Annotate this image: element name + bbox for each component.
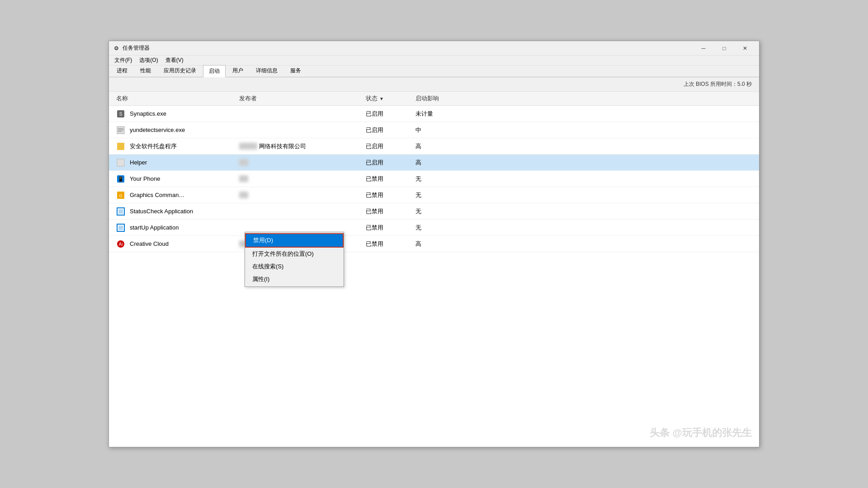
row-status-cell: 已启用 (362, 110, 412, 118)
row-impact-cell: 无 (412, 207, 466, 216)
menu-bar: 文件(F) 选项(O) 查看(V) (109, 56, 759, 66)
svg-rect-6 (117, 143, 124, 150)
row-name-cell: 📱Your Phone (109, 174, 236, 183)
status-text: 已禁用 (366, 240, 383, 248)
menu-options[interactable]: 选项(O) (136, 56, 161, 65)
impact-text: 无 (415, 224, 421, 231)
context-menu-item-1[interactable]: 打开文件所在的位置(O) (245, 248, 344, 260)
close-button[interactable]: ✕ (735, 41, 755, 56)
impact-text: 高 (415, 159, 421, 166)
table-header: 名称 发布者 状态 ▼ 启动影响 (109, 92, 759, 106)
table-row[interactable]: 📱Your Phone██已禁用无 (109, 171, 759, 187)
row-icon (116, 223, 125, 232)
publisher-text: ████ 网络科技有限公司 (239, 143, 306, 150)
status-text: 已禁用 (366, 191, 383, 199)
impact-text: 中 (415, 127, 421, 133)
status-text: 已启用 (366, 159, 383, 167)
table-body: SSynaptics.exe已启用未计量yundetectservice.exe… (109, 106, 759, 252)
svg-rect-4 (118, 130, 123, 131)
menu-file[interactable]: 文件(F) (111, 56, 136, 65)
row-name-cell: Helper (109, 158, 236, 167)
impact-text: 未计量 (415, 110, 433, 117)
maximize-button[interactable]: □ (714, 41, 735, 56)
table-row[interactable]: startUp Application已禁用无 (109, 220, 759, 236)
content-area: 名称 发布者 状态 ▼ 启动影响 SSynaptics.exe已启用未计量yun… (109, 92, 759, 447)
row-name-cell: yundetectservice.exe (109, 126, 236, 135)
svg-text:S: S (119, 112, 123, 117)
svg-text:📱: 📱 (118, 176, 124, 182)
row-name-text: Graphics Comman… (130, 192, 184, 198)
status-sort-arrow: ▼ (379, 96, 384, 101)
col-header-name[interactable]: 名称 (109, 94, 236, 103)
row-name-cell: GGraphics Comman… (109, 191, 236, 200)
row-status-cell: 已禁用 (362, 191, 412, 199)
bios-bar: 上次 BIOS 所用时间： 5.0 秒 (109, 77, 759, 92)
app-icon: ⚙ (113, 45, 120, 52)
row-status-cell: 已禁用 (362, 224, 412, 232)
task-manager-window: ⚙ 任务管理器 ─ □ ✕ 文件(F) 选项(O) 查看(V) 进程 性能 应用… (108, 41, 760, 447)
table-row[interactable]: AiCreative Cloud████ Systems Incorporate… (109, 236, 759, 252)
context-menu-item-0[interactable]: 禁用(D) (245, 233, 344, 248)
row-name-cell: SSynaptics.exe (109, 109, 236, 118)
table-row[interactable]: 安全软件托盘程序████ 网络科技有限公司已启用高 (109, 138, 759, 155)
row-impact-cell: 高 (412, 159, 466, 167)
row-impact-cell: 高 (412, 142, 466, 150)
context-menu-item-3[interactable]: 属性(I) (245, 273, 344, 286)
col-header-impact[interactable]: 启动影响 (412, 94, 466, 103)
row-name-cell: StatusCheck Application (109, 207, 236, 216)
impact-text: 无 (415, 208, 421, 215)
window-controls: ─ □ ✕ (693, 41, 755, 56)
minimize-button[interactable]: ─ (693, 41, 714, 56)
tab-startup[interactable]: 启动 (203, 65, 226, 77)
window-title: 任务管理器 (123, 44, 693, 52)
row-icon (116, 158, 125, 167)
publisher-text: ██ (239, 192, 248, 198)
table-row[interactable]: SSynaptics.exe已启用未计量 (109, 106, 759, 122)
row-name-text: 安全软件托盘程序 (130, 142, 177, 150)
row-status-cell: 已禁用 (362, 207, 412, 216)
row-icon: S (116, 109, 125, 118)
row-icon (116, 126, 125, 135)
row-icon: 📱 (116, 174, 125, 183)
svg-text:Ai: Ai (119, 242, 123, 247)
svg-text:G: G (119, 193, 122, 198)
row-impact-cell: 无 (412, 224, 466, 232)
impact-text: 高 (415, 240, 421, 247)
tab-processes[interactable]: 进程 (111, 65, 133, 77)
bios-value: 5.0 秒 (737, 80, 752, 88)
watermark: 头条 @玩手机的张先生 (650, 426, 752, 440)
row-name-text: startUp Application (130, 224, 179, 231)
row-publisher-cell: ██ (236, 159, 362, 166)
bios-label: 上次 BIOS 所用时间： (684, 80, 737, 88)
impact-text: 无 (415, 175, 421, 182)
status-text: 已禁用 (366, 207, 383, 216)
row-status-cell: 已禁用 (362, 240, 412, 248)
row-name-text: Your Phone (130, 175, 160, 182)
table-row[interactable]: StatusCheck Application已禁用无 (109, 203, 759, 220)
table-row[interactable]: yundetectservice.exe已启用中 (109, 122, 759, 138)
table-row[interactable]: GGraphics Comman…██已禁用无 (109, 187, 759, 203)
status-text: 已禁用 (366, 224, 383, 232)
row-name-text: StatusCheck Application (130, 208, 193, 215)
context-menu: 禁用(D)打开文件所在的位置(O)在线搜索(S)属性(I) (245, 232, 344, 287)
col-header-status[interactable]: 状态 ▼ (362, 94, 412, 103)
row-name-cell: startUp Application (109, 223, 236, 232)
row-icon (116, 207, 125, 216)
context-menu-item-2[interactable]: 在线搜索(S) (245, 260, 344, 273)
row-icon: G (116, 191, 125, 200)
row-icon: Ai (116, 239, 125, 249)
status-text: 已禁用 (366, 175, 383, 183)
status-text: 已启用 (366, 142, 383, 150)
svg-rect-3 (118, 128, 123, 129)
svg-rect-5 (118, 131, 122, 132)
tab-services[interactable]: 服务 (284, 65, 307, 77)
tab-performance[interactable]: 性能 (134, 65, 157, 77)
tab-app-history[interactable]: 应用历史记录 (158, 65, 202, 77)
menu-view[interactable]: 查看(V) (162, 56, 187, 65)
row-icon (116, 142, 125, 151)
row-name-text: Synaptics.exe (130, 110, 166, 117)
col-header-publisher[interactable]: 发布者 (236, 94, 362, 103)
tab-users[interactable]: 用户 (226, 65, 249, 77)
tab-details[interactable]: 详细信息 (250, 65, 283, 77)
table-row[interactable]: Helper██已启用高 (109, 155, 759, 171)
